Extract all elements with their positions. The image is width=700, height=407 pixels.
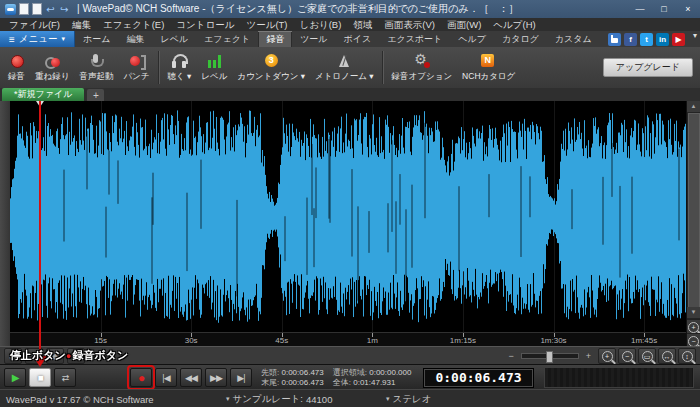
annotation-record-button-label: ●録音ボタン xyxy=(66,348,128,363)
ribbon-button[interactable]: 録音オプション xyxy=(387,47,458,88)
ruler-label: 1m:30s xyxy=(540,336,566,345)
ribbon-button[interactable]: 録音 xyxy=(3,47,30,88)
zoom-slider-minus[interactable]: − xyxy=(508,351,513,361)
selection-value: 0:00:00.000 xyxy=(369,368,411,377)
menubar-item[interactable]: ヘルプ(H) xyxy=(487,18,541,31)
tabbar-dropdown-icon[interactable]: ▾ xyxy=(690,31,700,47)
channels-selector[interactable]: ▾ ステレオ xyxy=(386,390,431,407)
title-bar: ↩ ↪ | WavePad© NCH Software -（ライセンス無し）ご家… xyxy=(0,0,700,18)
voice-activated-icon xyxy=(88,53,105,69)
document-tab-new-file[interactable]: *新規ファイル xyxy=(2,88,84,101)
rewind-button[interactable]: ◀◀ xyxy=(180,368,202,387)
ribbon-tab[interactable]: エフェクト xyxy=(196,31,258,47)
zoom-selection-button[interactable] xyxy=(638,348,656,364)
scrollbar-thumb[interactable] xyxy=(688,113,700,308)
ribbon-button[interactable]: レベル xyxy=(196,47,232,88)
zoom-slider-plus[interactable]: + xyxy=(586,351,591,361)
menubar-item[interactable]: コントロール xyxy=(170,18,240,31)
magnifier-icon xyxy=(622,351,633,362)
ribbon-separator xyxy=(158,51,160,84)
menubar-item[interactable]: 編集 xyxy=(66,18,97,31)
time-display: 0:00:06.473 xyxy=(423,368,533,388)
ribbon-tab[interactable]: ボイス xyxy=(336,31,380,47)
zoom-in-button[interactable] xyxy=(598,348,616,364)
ribbon-tab[interactable]: カタログ xyxy=(494,31,547,47)
menubar-item[interactable]: ファイル(F) xyxy=(3,18,66,31)
close-button[interactable]: × xyxy=(676,0,700,18)
time-ruler[interactable]: 15s30s45s1m1m:15s1m:30s1m:45s xyxy=(10,332,686,347)
ribbon-tab[interactable]: カスタム xyxy=(547,31,600,47)
samplerate-selector[interactable]: ▾ サンプルレート: 44100 xyxy=(226,390,332,407)
main-menu-button[interactable]: ≡ メニュー ▾ xyxy=(0,31,75,47)
scroll-down-arrow[interactable]: ▼ xyxy=(687,307,700,318)
like-icon[interactable] xyxy=(608,33,621,46)
redo-icon[interactable]: ↪ xyxy=(59,4,70,15)
ribbon-button[interactable]: カウントダウン ▾ xyxy=(232,47,310,88)
menubar-item[interactable]: エフェクト(E) xyxy=(97,18,170,31)
scroll-up-arrow[interactable]: ▲ xyxy=(687,101,700,112)
zoom-slider-thumb[interactable] xyxy=(546,351,553,363)
zoom-vertical-button[interactable] xyxy=(678,348,696,364)
waveform-canvas[interactable] xyxy=(10,101,686,332)
skip-start-button[interactable]: |◀ xyxy=(155,368,177,387)
new-file-icon[interactable] xyxy=(19,3,29,15)
ribbon-tab[interactable]: 録音 xyxy=(258,31,292,47)
vertical-zoom-in-button[interactable] xyxy=(687,319,700,334)
ribbon-tab[interactable]: 編集 xyxy=(118,31,152,47)
menubar-item[interactable]: 領域 xyxy=(347,18,378,31)
menubar-item[interactable]: しおり(B) xyxy=(294,18,348,31)
ribbon-button[interactable]: パンチ xyxy=(118,47,154,88)
level-meter xyxy=(544,367,694,388)
magnifier-icon xyxy=(662,351,673,362)
maximize-button[interactable]: □ xyxy=(652,0,676,18)
fast-forward-button[interactable]: ▶▶ xyxy=(205,368,227,387)
menubar-item[interactable]: ツール(T) xyxy=(240,18,293,31)
facebook-icon[interactable]: f xyxy=(624,33,637,46)
ribbon-button-label: メトロノーム ▾ xyxy=(315,71,374,83)
open-file-icon[interactable] xyxy=(32,3,42,15)
end-value: 0:00:06.473 xyxy=(281,378,323,387)
linkedin-icon[interactable]: in xyxy=(656,33,669,46)
play-button[interactable]: ▶ xyxy=(4,368,26,387)
ribbon-tabs: ホーム編集レベルエフェクト録音ツールボイスエクスポートヘルプカタログカスタム xyxy=(75,31,600,47)
levels-icon xyxy=(206,53,223,69)
undo-icon[interactable]: ↩ xyxy=(45,4,56,15)
upgrade-button[interactable]: アップグレード xyxy=(603,58,693,77)
ribbon-tab[interactable]: レベル xyxy=(152,31,196,47)
ruler-label: 15s xyxy=(94,336,107,345)
ribbon-tab[interactable]: ツール xyxy=(292,31,335,47)
ribbon-button[interactable]: 音声起動 xyxy=(74,47,118,88)
version-text: WavePad v 17.67 © NCH Software xyxy=(6,390,154,407)
ribbon-button[interactable]: 重ね録り xyxy=(30,47,74,88)
zoom-out-button[interactable] xyxy=(618,348,636,364)
ribbon-tab[interactable]: ホーム xyxy=(75,31,118,47)
ribbon-tab[interactable]: ヘルプ xyxy=(450,31,494,47)
ribbon-button-label: 録音オプション xyxy=(392,71,453,83)
minimize-button[interactable]: — xyxy=(628,0,652,18)
loop-button[interactable]: ⇄ xyxy=(54,368,76,387)
zoom-slider[interactable] xyxy=(521,353,579,359)
vertical-scrollbar[interactable]: ▲ ▼ xyxy=(686,101,700,346)
chevron-down-icon: ▾ xyxy=(226,395,230,403)
youtube-icon[interactable]: ▶ xyxy=(672,33,685,46)
add-tab-button[interactable]: + xyxy=(87,89,104,101)
zoom-all-button[interactable] xyxy=(658,348,676,364)
ribbon-button[interactable]: NCHカタログ xyxy=(457,47,520,88)
annotation-stop-button-label: 停止ボタン xyxy=(10,348,66,363)
skip-end-button[interactable]: ▶| xyxy=(230,368,252,387)
ribbon-button[interactable]: メトロノーム ▾ xyxy=(310,47,379,88)
menubar-item[interactable]: 画面表示(V) xyxy=(378,18,441,31)
ribbon-tab[interactable]: エクスポート xyxy=(379,31,450,47)
chevron-down-icon: ▾ xyxy=(62,35,66,43)
record-button[interactable]: ● xyxy=(130,368,152,387)
ribbon-button-label: 録音 xyxy=(8,71,25,83)
ribbon-button[interactable]: 聴く ▾ xyxy=(163,47,197,88)
transport-spacer xyxy=(79,377,127,378)
main-menu-label: メニュー xyxy=(19,33,58,46)
menubar-item[interactable]: 画面(W) xyxy=(441,18,487,31)
twitter-icon[interactable]: t xyxy=(640,33,653,46)
stop-button[interactable]: ■ xyxy=(29,368,51,387)
record-dot-icon: ● xyxy=(66,351,71,361)
punch-icon xyxy=(128,53,145,69)
record-icon xyxy=(8,53,25,69)
